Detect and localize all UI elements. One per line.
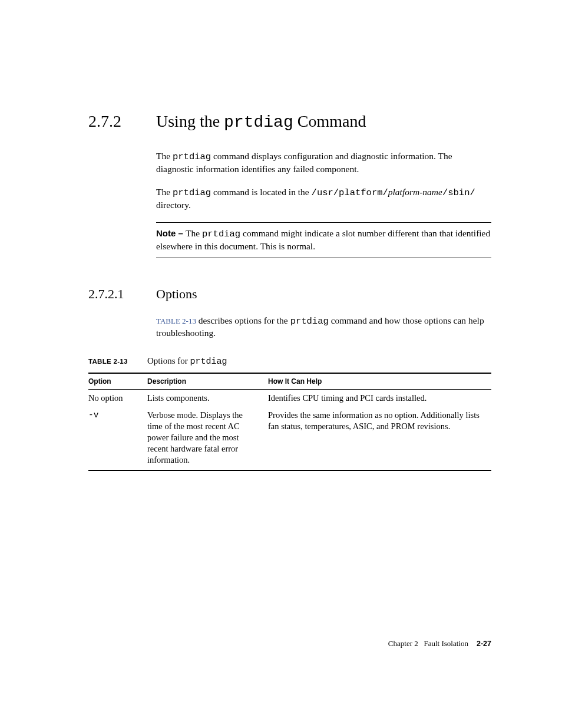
subsection-heading: 2.7.2.1 Options [88,286,491,302]
title-post: Command [293,112,366,130]
subsection-number: 2.7.2.1 [88,286,156,302]
note-pre: The [186,228,202,238]
table-caption: TABLE 2-13 Options for prtdiag [88,356,491,367]
paragraph-2: The prtdiag command is located in the /u… [156,186,491,212]
cell-description: Lists components. [147,390,268,407]
p2-cmd: prtdiag [173,187,211,198]
footer-page-number: 2-27 [477,640,491,648]
p2-mid: command is located in the [211,187,311,197]
cell-description: Verbose mode. Displays the time of the m… [147,407,268,470]
footer-chapter: Chapter 2 [388,639,418,648]
p2-pre: The [156,187,173,197]
cell-option: No option [88,390,147,407]
cell-option: -v [88,407,147,470]
table-caption-text: Options for prtdiag [147,356,227,367]
p2-post: directory. [156,200,191,210]
p2-path1: /usr/platform/ [312,187,388,198]
options-table: Option Description How It Can Help No op… [88,373,491,471]
intro-paragraph: TABLE 2-13 describes options for the prt… [156,315,491,340]
p1-cmd: prtdiag [173,151,211,162]
footer-title: Fault Isolation [424,639,468,648]
th-description: Description [147,373,268,390]
intro-mid: describes options for the [196,315,290,325]
p1-pre: The [156,151,173,161]
section-title: Using the prtdiag Command [156,112,366,131]
subsection-body: TABLE 2-13 describes options for the prt… [156,315,491,340]
note-label: Note – [156,228,186,238]
caption-pre: Options for [147,356,190,365]
p2-path2: /sbin/ [442,187,475,198]
note-cmd: prtdiag [202,229,240,239]
p2-path-italic: platform-name [388,187,442,197]
title-cmd: prtdiag [224,113,293,131]
body-block: The prtdiag command displays configurati… [156,150,491,258]
paragraph-1: The prtdiag command displays configurati… [156,150,491,176]
table-reference-link[interactable]: TABLE 2-13 [156,317,196,325]
th-option: Option [88,373,147,390]
page-content: 2.7.2 Using the prtdiag Command The prtd… [0,0,562,471]
page-footer: Chapter 2 Fault Isolation2-27 [388,639,491,648]
th-help: How It Can Help [268,373,491,390]
table-row: -v Verbose mode. Displays the time of th… [88,407,491,470]
note-block: Note – The prtdiag command might indicat… [156,222,491,258]
table-caption-label: TABLE 2-13 [88,358,147,365]
cell-help: Identifies CPU timing and PCI cards inst… [268,390,491,407]
subsection-title: Options [156,286,197,302]
intro-cmd: prtdiag [290,316,329,327]
title-pre: Using the [156,112,224,130]
section-number: 2.7.2 [88,112,156,131]
cell-help: Provides the same information as no opti… [268,407,491,470]
caption-cmd: prtdiag [190,357,227,367]
section-heading: 2.7.2 Using the prtdiag Command [88,112,491,131]
table-header-row: Option Description How It Can Help [88,373,491,390]
table-row: No option Lists components. Identifies C… [88,390,491,407]
